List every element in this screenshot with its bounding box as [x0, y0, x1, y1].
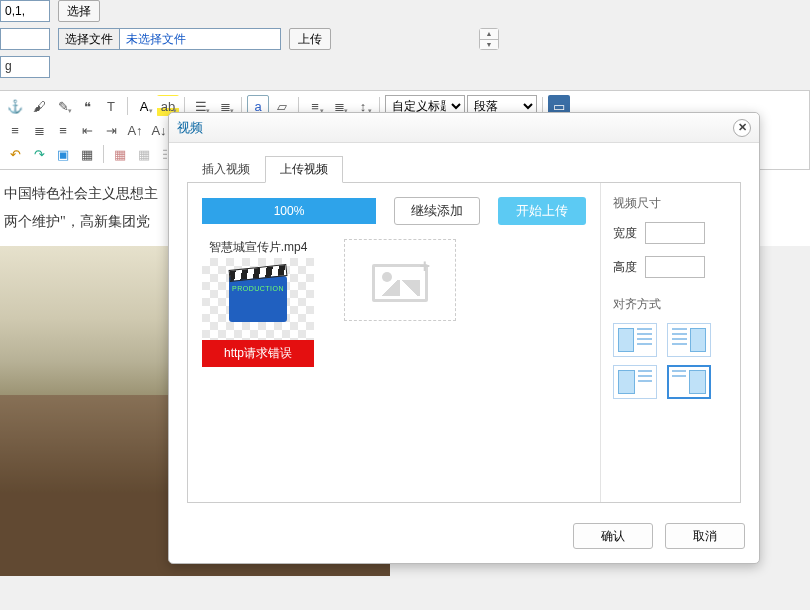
stepper-up-icon[interactable]: ▲ — [480, 29, 498, 40]
upload-panel-left: 100% 继续添加 开始上传 智慧城宣传片.mp4 PRODUCTION htt… — [188, 183, 600, 502]
font-dec-icon[interactable]: A↓ — [148, 119, 170, 141]
redo-icon[interactable]: ↷ — [28, 143, 50, 165]
align-right-icon[interactable]: ≡ — [52, 119, 74, 141]
image-plus-icon: + — [372, 258, 428, 302]
file-name-label: 智慧城宣传片.mp4 — [202, 239, 314, 256]
g-field: g — [0, 56, 50, 78]
upload-button[interactable]: 上传 — [289, 28, 331, 50]
font-color-button[interactable]: A — [133, 95, 155, 117]
upload-error-banner: http请求错误 — [202, 340, 314, 367]
upload-panel: 100% 继续添加 开始上传 智慧城宣传片.mp4 PRODUCTION htt… — [187, 183, 741, 503]
align-left-icon[interactable]: ≡ — [4, 119, 26, 141]
modal-title: 视频 — [177, 119, 203, 137]
modal-footer: 确认 取消 — [169, 513, 759, 563]
indent-icon[interactable]: ⇥ — [100, 119, 122, 141]
brush-icon[interactable]: 🖌 — [28, 95, 50, 117]
tab-upload-video[interactable]: 上传视频 — [265, 156, 343, 183]
height-label: 高度 — [613, 259, 637, 276]
video-modal: 视频 ✕ 插入视频 上传视频 100% 继续添加 开始上传 智慧城宣传片.mp4 — [168, 112, 760, 564]
anchor-icon[interactable]: ⚓ — [4, 95, 26, 117]
align-option-top[interactable] — [613, 365, 657, 399]
insert-table-icon[interactable]: ▦ — [109, 143, 131, 165]
cancel-button[interactable]: 取消 — [665, 523, 745, 549]
align-option-left[interactable] — [613, 323, 657, 357]
video-thumb-preview: PRODUCTION — [202, 258, 314, 340]
choose-file-button[interactable]: 选择文件 — [59, 29, 120, 49]
file-picker: 选择文件 未选择文件 — [58, 28, 281, 50]
clapperboard-text: PRODUCTION — [232, 285, 284, 292]
align-option-center[interactable] — [667, 365, 711, 399]
font-inc-icon[interactable]: A↑ — [124, 119, 146, 141]
font-family-icon[interactable]: T — [100, 95, 122, 117]
toolbar-separator — [103, 145, 104, 163]
width-input[interactable] — [645, 222, 705, 244]
table-icon[interactable]: ▦ — [76, 143, 98, 165]
continue-add-button[interactable]: 继续添加 — [394, 197, 480, 225]
g-label-box — [0, 28, 50, 50]
quote-icon[interactable]: ❝ — [76, 95, 98, 117]
modal-body: 插入视频 上传视频 100% 继续添加 开始上传 智慧城宣传片.mp4 PROD… — [169, 143, 759, 513]
close-icon[interactable]: ✕ — [733, 119, 751, 137]
image-icon[interactable]: ▣ — [52, 143, 74, 165]
tab-strip: 插入视频 上传视频 — [187, 155, 741, 183]
size-section-title: 视频尺寸 — [613, 195, 728, 212]
align-section-title: 对齐方式 — [613, 296, 728, 313]
top-form-area: 选择 选择文件 未选择文件 上传 ▲ ▼ g — [0, 0, 810, 90]
outdent-icon[interactable]: ⇤ — [76, 119, 98, 141]
align-grid — [613, 323, 728, 399]
start-upload-button[interactable]: 开始上传 — [498, 197, 586, 225]
select-button[interactable]: 选择 — [58, 0, 100, 22]
upload-action-row: 100% 继续添加 开始上传 — [202, 197, 586, 225]
file-status-text: 未选择文件 — [120, 29, 280, 49]
upload-progress-bar: 100% — [202, 198, 376, 224]
number-stepper[interactable]: ▲ ▼ — [479, 28, 499, 50]
format-paint-icon[interactable]: ✎ — [52, 95, 74, 117]
width-label: 宽度 — [613, 225, 637, 242]
width-row: 宽度 — [613, 222, 728, 244]
thumbnail-row: 智慧城宣传片.mp4 PRODUCTION http请求错误 — [202, 239, 586, 367]
video-file-tile[interactable]: 智慧城宣传片.mp4 PRODUCTION http请求错误 — [202, 239, 314, 367]
number-input[interactable] — [0, 0, 50, 22]
align-option-right[interactable] — [667, 323, 711, 357]
modal-header: 视频 ✕ — [169, 113, 759, 143]
tab-insert-video[interactable]: 插入视频 — [187, 155, 265, 182]
upload-panel-right: 视频尺寸 宽度 高度 对齐方式 — [600, 183, 740, 502]
stepper-down-icon[interactable]: ▼ — [480, 40, 498, 50]
height-row: 高度 — [613, 256, 728, 278]
add-file-tile[interactable]: + — [344, 239, 456, 321]
delete-table-icon[interactable]: ▦ — [133, 143, 155, 165]
toolbar-separator — [127, 97, 128, 115]
undo-icon[interactable]: ↶ — [4, 143, 26, 165]
height-input[interactable] — [645, 256, 705, 278]
clapperboard-icon: PRODUCTION — [229, 276, 287, 322]
align-center-icon[interactable]: ≣ — [28, 119, 50, 141]
confirm-button[interactable]: 确认 — [573, 523, 653, 549]
